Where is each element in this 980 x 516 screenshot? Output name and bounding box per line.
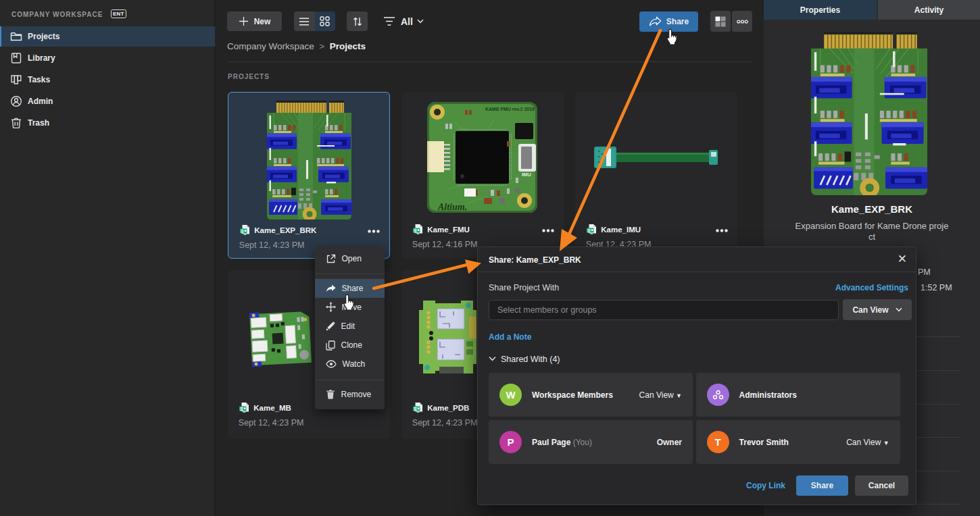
svg-text:Altium.: Altium. — [437, 202, 467, 212]
svg-text:KAME FMU rev.2 2019: KAME FMU rev.2 2019 — [485, 107, 535, 111]
svg-text:IMU: IMU — [522, 172, 531, 178]
